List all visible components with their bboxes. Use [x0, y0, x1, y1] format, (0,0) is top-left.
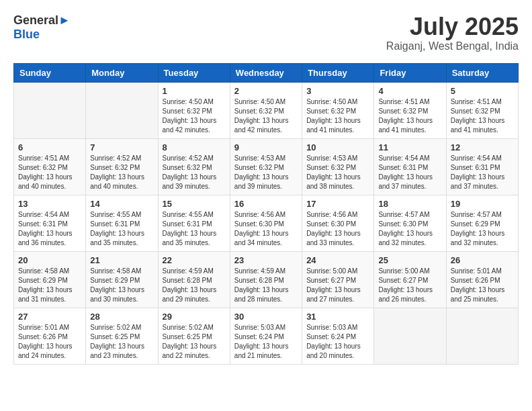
day-info: Sunrise: 4:56 AM Sunset: 6:30 PM Dayligh… — [234, 210, 298, 248]
day-number: 30 — [234, 312, 298, 322]
location-title: Raiganj, West Bengal, India — [386, 40, 519, 52]
day-number: 2 — [234, 86, 298, 96]
table-row: 11Sunrise: 4:54 AM Sunset: 6:31 PM Dayli… — [374, 138, 446, 195]
day-number: 25 — [378, 255, 441, 265]
table-row: 8Sunrise: 4:52 AM Sunset: 6:32 PM Daylig… — [158, 138, 230, 195]
day-number: 21 — [90, 255, 153, 265]
day-number: 18 — [378, 199, 441, 209]
day-info: Sunrise: 4:58 AM Sunset: 6:29 PM Dayligh… — [18, 267, 81, 304]
logo-icon: ► — [58, 13, 71, 27]
calendar-week-row: 6Sunrise: 4:51 AM Sunset: 6:32 PM Daylig… — [14, 138, 519, 195]
table-row: 17Sunrise: 4:56 AM Sunset: 6:30 PM Dayli… — [302, 195, 374, 251]
day-info: Sunrise: 4:55 AM Sunset: 6:31 PM Dayligh… — [163, 210, 226, 248]
table-row: 14Sunrise: 4:55 AM Sunset: 6:31 PM Dayli… — [86, 195, 158, 251]
day-info: Sunrise: 5:01 AM Sunset: 6:26 PM Dayligh… — [451, 267, 514, 304]
day-number: 31 — [306, 312, 369, 322]
col-sunday: Sunday — [14, 63, 86, 82]
col-wednesday: Wednesday — [230, 63, 302, 82]
table-row: 28Sunrise: 5:02 AM Sunset: 6:25 PM Dayli… — [86, 308, 158, 364]
day-number: 7 — [90, 142, 153, 152]
day-info: Sunrise: 4:57 AM Sunset: 6:30 PM Dayligh… — [378, 210, 441, 248]
table-row: 5Sunrise: 4:51 AM Sunset: 6:32 PM Daylig… — [446, 82, 518, 138]
col-tuesday: Tuesday — [158, 63, 230, 82]
day-info: Sunrise: 4:58 AM Sunset: 6:29 PM Dayligh… — [90, 267, 153, 304]
table-row: 18Sunrise: 4:57 AM Sunset: 6:30 PM Dayli… — [374, 195, 446, 251]
day-number: 1 — [163, 86, 226, 96]
day-info: Sunrise: 4:50 AM Sunset: 6:32 PM Dayligh… — [306, 97, 369, 135]
calendar-header-row: Sunday Monday Tuesday Wednesday Thursday… — [14, 63, 519, 82]
day-info: Sunrise: 4:51 AM Sunset: 6:32 PM Dayligh… — [18, 154, 81, 191]
day-number: 24 — [306, 255, 369, 265]
table-row: 12Sunrise: 4:54 AM Sunset: 6:31 PM Dayli… — [446, 138, 518, 195]
day-info: Sunrise: 4:52 AM Sunset: 6:32 PM Dayligh… — [90, 154, 153, 191]
calendar-table: Sunday Monday Tuesday Wednesday Thursday… — [13, 63, 519, 365]
day-number: 9 — [234, 142, 298, 152]
table-row: 21Sunrise: 4:58 AM Sunset: 6:29 PM Dayli… — [86, 251, 158, 308]
col-monday: Monday — [86, 63, 158, 82]
table-row: 3Sunrise: 4:50 AM Sunset: 6:32 PM Daylig… — [302, 82, 374, 138]
day-info: Sunrise: 5:02 AM Sunset: 6:25 PM Dayligh… — [163, 323, 226, 361]
day-info: Sunrise: 4:53 AM Sunset: 6:32 PM Dayligh… — [234, 154, 298, 191]
day-number: 20 — [18, 255, 81, 265]
calendar-week-row: 1Sunrise: 4:50 AM Sunset: 6:32 PM Daylig… — [14, 82, 519, 138]
day-number: 27 — [18, 312, 81, 322]
day-number: 10 — [306, 142, 369, 152]
table-row: 4Sunrise: 4:51 AM Sunset: 6:32 PM Daylig… — [374, 82, 446, 138]
page-header: General► Blue July 2025 Raiganj, West Be… — [13, 13, 519, 52]
logo: General► Blue — [13, 13, 71, 42]
table-row — [374, 308, 446, 364]
day-number: 19 — [451, 199, 514, 209]
table-row: 31Sunrise: 5:03 AM Sunset: 6:24 PM Dayli… — [302, 308, 374, 364]
table-row: 10Sunrise: 4:53 AM Sunset: 6:32 PM Dayli… — [302, 138, 374, 195]
table-row: 29Sunrise: 5:02 AM Sunset: 6:25 PM Dayli… — [158, 308, 230, 364]
day-number: 8 — [163, 142, 226, 152]
calendar-week-row: 13Sunrise: 4:54 AM Sunset: 6:31 PM Dayli… — [14, 195, 519, 251]
col-saturday: Saturday — [446, 63, 518, 82]
day-number: 5 — [451, 86, 514, 96]
col-thursday: Thursday — [302, 63, 374, 82]
day-number: 22 — [163, 255, 226, 265]
table-row: 20Sunrise: 4:58 AM Sunset: 6:29 PM Dayli… — [14, 251, 86, 308]
day-number: 12 — [451, 142, 514, 152]
day-info: Sunrise: 5:03 AM Sunset: 6:24 PM Dayligh… — [234, 323, 298, 361]
day-number: 17 — [306, 199, 369, 209]
table-row: 19Sunrise: 4:57 AM Sunset: 6:29 PM Dayli… — [446, 195, 518, 251]
day-info: Sunrise: 5:00 AM Sunset: 6:27 PM Dayligh… — [378, 267, 441, 304]
day-info: Sunrise: 4:54 AM Sunset: 6:31 PM Dayligh… — [18, 210, 81, 248]
day-info: Sunrise: 4:50 AM Sunset: 6:32 PM Dayligh… — [163, 97, 226, 135]
day-info: Sunrise: 4:56 AM Sunset: 6:30 PM Dayligh… — [306, 210, 369, 248]
day-number: 26 — [451, 255, 514, 265]
day-info: Sunrise: 4:52 AM Sunset: 6:32 PM Dayligh… — [163, 154, 226, 191]
day-number: 3 — [306, 86, 369, 96]
logo-blue: Blue — [13, 28, 40, 41]
day-number: 6 — [18, 142, 81, 152]
day-info: Sunrise: 4:51 AM Sunset: 6:32 PM Dayligh… — [451, 97, 514, 135]
month-title: July 2025 — [386, 13, 519, 40]
day-number: 4 — [378, 86, 441, 96]
day-info: Sunrise: 4:59 AM Sunset: 6:28 PM Dayligh… — [234, 267, 298, 304]
table-row: 24Sunrise: 5:00 AM Sunset: 6:27 PM Dayli… — [302, 251, 374, 308]
table-row: 6Sunrise: 4:51 AM Sunset: 6:32 PM Daylig… — [14, 138, 86, 195]
table-row: 27Sunrise: 5:01 AM Sunset: 6:26 PM Dayli… — [14, 308, 86, 364]
day-number: 28 — [90, 312, 153, 322]
day-info: Sunrise: 4:53 AM Sunset: 6:32 PM Dayligh… — [306, 154, 369, 191]
day-info: Sunrise: 5:00 AM Sunset: 6:27 PM Dayligh… — [306, 267, 369, 304]
table-row: 1Sunrise: 4:50 AM Sunset: 6:32 PM Daylig… — [158, 82, 230, 138]
day-info: Sunrise: 4:59 AM Sunset: 6:28 PM Dayligh… — [163, 267, 226, 304]
table-row: 13Sunrise: 4:54 AM Sunset: 6:31 PM Dayli… — [14, 195, 86, 251]
day-info: Sunrise: 5:01 AM Sunset: 6:26 PM Dayligh… — [18, 323, 81, 361]
day-info: Sunrise: 4:55 AM Sunset: 6:31 PM Dayligh… — [90, 210, 153, 248]
logo-general: General — [13, 13, 58, 27]
col-friday: Friday — [374, 63, 446, 82]
day-number: 14 — [90, 199, 153, 209]
table-row: 30Sunrise: 5:03 AM Sunset: 6:24 PM Dayli… — [230, 308, 302, 364]
title-section: July 2025 Raiganj, West Bengal, India — [386, 13, 519, 52]
day-info: Sunrise: 4:54 AM Sunset: 6:31 PM Dayligh… — [451, 154, 514, 191]
day-number: 16 — [234, 199, 298, 209]
day-number: 13 — [18, 199, 81, 209]
table-row: 26Sunrise: 5:01 AM Sunset: 6:26 PM Dayli… — [446, 251, 518, 308]
table-row: 22Sunrise: 4:59 AM Sunset: 6:28 PM Dayli… — [158, 251, 230, 308]
day-number: 15 — [163, 199, 226, 209]
day-info: Sunrise: 5:03 AM Sunset: 6:24 PM Dayligh… — [306, 323, 369, 361]
table-row — [446, 308, 518, 364]
